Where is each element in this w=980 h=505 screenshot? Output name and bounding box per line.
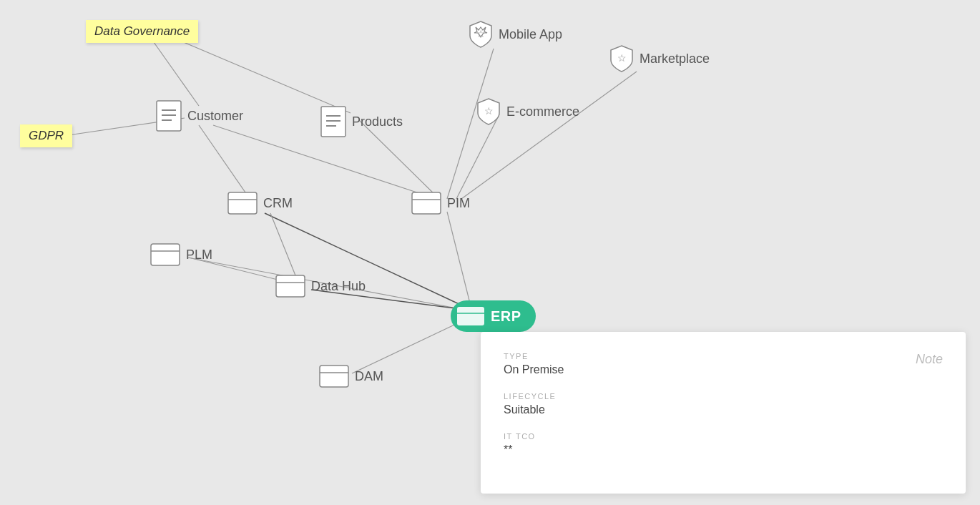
- svg-line-3: [199, 125, 252, 202]
- ittco-value: **: [504, 443, 943, 456]
- canvas: Data Governance GDPR Customer Products ☆: [0, 0, 980, 505]
- db-icon-crm: [227, 192, 258, 215]
- node-customer[interactable]: Customer: [156, 100, 243, 132]
- db-icon-pim: [411, 192, 441, 215]
- node-erp[interactable]: ERP: [451, 300, 536, 332]
- svg-line-0: [150, 37, 199, 106]
- erp-pill: ERP: [451, 300, 536, 332]
- db-icon-dam: [319, 365, 349, 388]
- svg-line-8: [461, 72, 637, 199]
- svg-text:☆: ☆: [476, 28, 486, 39]
- svg-rect-33: [276, 275, 305, 297]
- svg-line-7: [456, 114, 499, 199]
- field-lifecycle: LIFECYCLE Suitable: [504, 392, 943, 416]
- db-icon-plm: [150, 243, 180, 266]
- type-label: TYPE: [504, 352, 943, 361]
- svg-rect-31: [151, 244, 180, 265]
- sticky-gdpr[interactable]: GDPR: [20, 124, 72, 147]
- node-products[interactable]: Products: [320, 106, 403, 137]
- node-mobile-app[interactable]: ☆ Mobile App: [469, 20, 562, 49]
- sticky-data-governance[interactable]: Data Governance: [86, 20, 198, 43]
- type-value: On Premise: [504, 363, 943, 376]
- node-plm[interactable]: PLM: [150, 243, 212, 266]
- node-crm[interactable]: CRM: [227, 192, 293, 215]
- node-marketplace[interactable]: ☆ Marketplace: [609, 44, 710, 73]
- info-panel: Note TYPE On Premise LIFECYCLE Suitable …: [481, 332, 966, 494]
- svg-rect-29: [412, 192, 441, 214]
- svg-line-14: [270, 213, 297, 279]
- document-icon-products: [320, 106, 346, 137]
- node-ecommerce[interactable]: ☆ E-commerce: [476, 97, 579, 126]
- lifecycle-label: LIFECYCLE: [504, 392, 943, 401]
- node-data-hub[interactable]: Data Hub: [275, 275, 366, 298]
- shield-icon-mobile: ☆: [469, 20, 493, 49]
- svg-rect-35: [320, 366, 348, 387]
- node-pim[interactable]: PIM: [411, 192, 470, 215]
- document-icon: [156, 100, 182, 132]
- note-placeholder[interactable]: Note: [916, 352, 943, 367]
- lifecycle-value: Suitable: [504, 403, 943, 416]
- svg-rect-37: [457, 307, 484, 325]
- field-ittco: IT TCO **: [504, 432, 943, 456]
- svg-line-10: [447, 212, 471, 306]
- db-icon-erp: [456, 306, 485, 326]
- db-icon-datahub: [275, 275, 305, 298]
- svg-text:☆: ☆: [484, 105, 494, 117]
- ittco-label: IT TCO: [504, 432, 943, 441]
- svg-text:☆: ☆: [617, 52, 627, 64]
- field-type: TYPE On Premise: [504, 352, 943, 376]
- shield-icon-marketplace: ☆: [609, 44, 634, 73]
- shield-icon-ecommerce: ☆: [476, 97, 501, 126]
- node-dam[interactable]: DAM: [319, 365, 383, 388]
- svg-rect-27: [228, 192, 257, 214]
